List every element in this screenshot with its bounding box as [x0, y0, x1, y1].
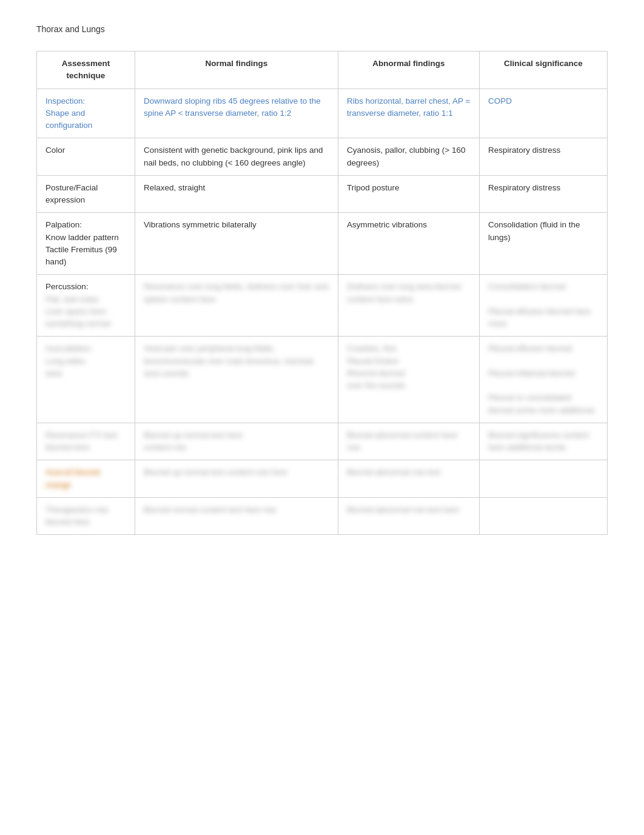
abnormal-cell: Asymmetric vibrations — [338, 213, 480, 275]
technique-blurred-orange-text: Auscult blurred orange — [45, 468, 100, 489]
significance-text: Respiratory distress — [488, 146, 560, 155]
technique-blurred-text: Therapeutics row blurred here — [45, 505, 109, 526]
technique-text: Color — [45, 146, 65, 155]
normal-text: Vibrations symmetric bilaterally — [144, 220, 257, 229]
technique-blurred-text: Auscultation:Lung sidesarea — [45, 344, 92, 378]
abnormal-cell: Blurred abnormal row text here — [338, 497, 480, 535]
abnormal-text: Ribs horizontal, barrel chest, AP = tran… — [347, 96, 470, 118]
abnormal-blurred-text: Blurred abnormal content here row — [347, 431, 457, 452]
significance-blurred-text: Consolidation blurredPleural effusion bl… — [488, 282, 591, 328]
technique-text: Inspection:Shape andconfiguration — [45, 96, 92, 130]
table-row: Resonance FYI text blurred here Blurred … — [37, 423, 608, 460]
table-row: Auscult blurred orange Blurred up normal… — [37, 460, 608, 498]
technique-blurred-text: Flat, dull notesLiver spans heresomethin… — [45, 295, 110, 329]
table-row: Posture/Facial expression Relaxed, strai… — [37, 175, 608, 213]
table-row: Auscultation:Lung sidesarea Vesicular ov… — [37, 337, 608, 423]
technique-cell: Auscult blurred orange — [37, 460, 135, 498]
normal-cell: Vibrations symmetric bilaterally — [135, 213, 338, 275]
normal-blurred-text: Blurred up normal text herecontent row — [144, 431, 243, 452]
technique-cell: Auscultation:Lung sidesarea — [37, 337, 135, 423]
abnormal-cell: Ribs horizontal, barrel chest, AP = tran… — [338, 89, 480, 138]
normal-blurred-text: Vesicular over peripheral lung fields, b… — [144, 344, 314, 378]
normal-cell: Downward sloping ribs 45 degrees relativ… — [135, 89, 338, 138]
technique-text: Percussion: — [45, 282, 89, 291]
significance-cell: Consolidation blurredPleural effusion bl… — [479, 275, 607, 337]
table-row: Palpation:Know ladder patternTactile Fre… — [37, 213, 608, 275]
col-header-technique: Assessment technique — [37, 52, 135, 89]
significance-cell — [479, 497, 607, 535]
abnormal-blurred-text: Crackles, finePleural frictionRhonchi bl… — [347, 344, 405, 390]
abnormal-text: Tripod posture — [347, 183, 400, 192]
normal-cell: Blurred up normal text content row here — [135, 460, 338, 498]
technique-text: Posture/Facial expression — [45, 183, 98, 204]
col-header-abnormal: Abnormal findings — [338, 52, 480, 89]
abnormal-text: Cyanosis, pallor, clubbing (> 160 degree… — [347, 146, 466, 167]
normal-cell: Blurred normal content text here row — [135, 497, 338, 535]
table-row: Color Consistent with genetic background… — [37, 138, 608, 176]
significance-cell: Pleural effusion blurredPleural inflamed… — [479, 337, 607, 423]
technique-cell: Color — [37, 138, 135, 176]
table-row: Inspection:Shape andconfiguration Downwa… — [37, 89, 608, 138]
significance-cell — [479, 460, 607, 498]
normal-blurred-text: Blurred up normal text content row here — [144, 468, 287, 477]
abnormal-cell: Blurred abnormal content here row — [338, 423, 480, 460]
technique-cell: Posture/Facial expression — [37, 175, 135, 213]
technique-text: Palpation:Know ladder patternTactile Fre… — [45, 220, 119, 266]
abnormal-cell: Cyanosis, pallor, clubbing (> 160 degree… — [338, 138, 480, 176]
normal-cell: Vesicular over peripheral lung fields, b… — [135, 337, 338, 423]
significance-cell: Respiratory distress — [479, 175, 607, 213]
abnormal-blurred-text: Dullness over lung area blurred content … — [347, 282, 461, 303]
normal-cell: Consistent with genetic background, pink… — [135, 138, 338, 176]
normal-text: Relaxed, straight — [144, 183, 205, 192]
normal-blurred-text: Blurred normal content text here row — [144, 505, 276, 514]
normal-cell: Resonance over lung fields, dullness ove… — [135, 275, 338, 337]
col-header-significance: Clinical significance — [479, 52, 607, 89]
technique-cell: Resonance FYI text blurred here — [37, 423, 135, 460]
significance-cell: Respiratory distress — [479, 138, 607, 176]
normal-text: Consistent with genetic background, pink… — [144, 146, 323, 167]
significance-cell: COPD — [479, 89, 607, 138]
abnormal-cell: Dullness over lung area blurred content … — [338, 275, 480, 337]
significance-text: Respiratory distress — [488, 183, 560, 192]
significance-text: Consolidation (fluid in the lungs) — [488, 220, 580, 241]
col-header-normal: Normal findings — [135, 52, 338, 89]
normal-cell: Blurred up normal text herecontent row — [135, 423, 338, 460]
normal-cell: Relaxed, straight — [135, 175, 338, 213]
abnormal-cell: Tripod posture — [338, 175, 480, 213]
table-row: Therapeutics row blurred here Blurred no… — [37, 497, 608, 535]
technique-cell: Inspection:Shape andconfiguration — [37, 89, 135, 138]
technique-blurred-text: Resonance FYI text blurred here — [45, 431, 118, 452]
abnormal-blurred-text: Blurred abnormal row text here — [347, 505, 459, 514]
normal-blurred-text: Resonance over lung fields, dullness ove… — [144, 282, 329, 303]
significance-blurred-text: Pleural effusion blurredPleural inflamed… — [488, 344, 594, 414]
significance-blurred-text: Blurred significance content here additi… — [488, 431, 589, 452]
page-title: Thorax and Lungs — [36, 24, 608, 34]
technique-cell: Percussion: Flat, dull notesLiver spans … — [37, 275, 135, 337]
abnormal-cell: Blurred abnormal row text — [338, 460, 480, 498]
assessment-table: Assessment technique Normal findings Abn… — [36, 51, 608, 535]
significance-cell: Consolidation (fluid in the lungs) — [479, 213, 607, 275]
significance-cell: Blurred significance content here additi… — [479, 423, 607, 460]
abnormal-cell: Crackles, finePleural frictionRhonchi bl… — [338, 337, 480, 423]
abnormal-blurred-text: Blurred abnormal row text — [347, 468, 441, 477]
table-row: Percussion: Flat, dull notesLiver spans … — [37, 275, 608, 337]
technique-cell: Palpation:Know ladder patternTactile Fre… — [37, 213, 135, 275]
abnormal-text: Asymmetric vibrations — [347, 220, 427, 229]
technique-cell: Therapeutics row blurred here — [37, 497, 135, 535]
significance-text: COPD — [488, 96, 512, 106]
normal-text: Downward sloping ribs 45 degrees relativ… — [144, 96, 321, 118]
